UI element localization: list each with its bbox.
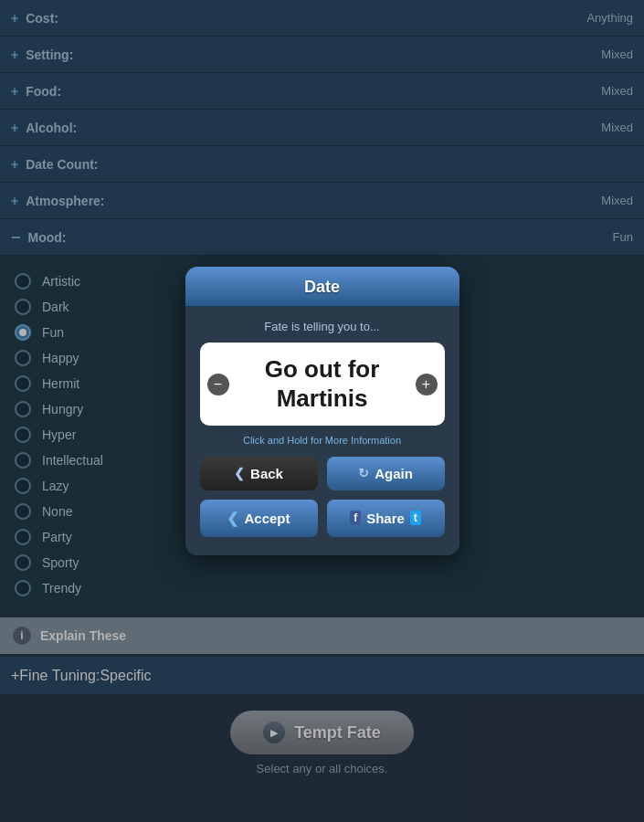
refresh-icon: ↻ (358, 466, 369, 480)
modal-again-button[interactable]: ↻ Again (327, 457, 445, 490)
modal-hint: Click and Hold for More Information (200, 435, 445, 446)
modal-share-button[interactable]: f Share t (327, 500, 445, 537)
modal-back-label: Back (250, 466, 283, 481)
modal-suggestion-box: − Go out for Martinis + (200, 342, 445, 425)
modal-header: Date (185, 267, 459, 307)
modal-minus-button[interactable]: − (207, 374, 229, 395)
modal-back-button[interactable]: ❮ Back (200, 457, 318, 490)
modal-again-label: Again (375, 466, 413, 481)
modal-share-label: Share (366, 511, 405, 526)
modal-plus-button[interactable]: + (416, 374, 438, 395)
modal-overlay: Date Fate is telling you to... − Go out … (0, 0, 644, 822)
modal-body: Fate is telling you to... − Go out for M… (185, 307, 459, 554)
back-icon: ❮ (234, 466, 245, 480)
modal-action-row-1: ❮ Back ↻ Again (200, 457, 445, 490)
modal-suggestion-text: Go out for Martinis (265, 355, 380, 411)
facebook-icon: f (350, 511, 361, 525)
date-modal: Date Fate is telling you to... − Go out … (185, 267, 459, 554)
modal-accept-button[interactable]: ❮ Accept (200, 500, 318, 537)
modal-title: Date (304, 278, 340, 296)
modal-accept-label: Accept (244, 511, 290, 526)
twitter-icon: t (410, 511, 421, 525)
modal-fate-label: Fate is telling you to... (200, 320, 445, 333)
modal-action-row-2: ❮ Accept f Share t (200, 500, 445, 537)
accept-icon: ❮ (227, 510, 238, 527)
